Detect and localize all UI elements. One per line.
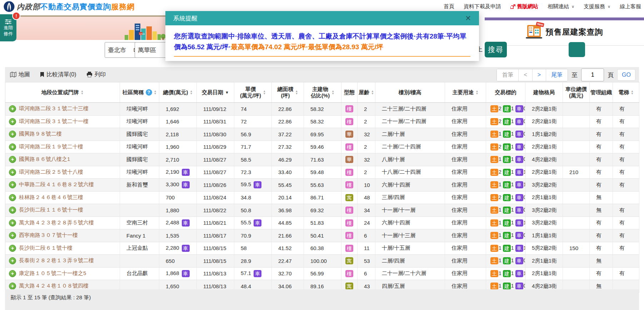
address-link[interactable]: 西寧南路３０７號十一樓 (19, 232, 78, 238)
badge-count: 2 (499, 169, 501, 175)
first-page-button[interactable]: 首筆 (497, 69, 518, 81)
address-link[interactable]: 長沙街二段６１號十樓 (19, 245, 73, 251)
table-row: +國興路８６號八樓之1國輝國宅2,710111/08/2758.546.2971… (5, 153, 639, 166)
floor-cell: 三層/四層 (375, 191, 445, 204)
land-count-badge: 土 (490, 245, 498, 252)
map-button[interactable]: 地圖 (10, 71, 30, 78)
address-link[interactable]: 萬大路４２３巷２８弄５號六樓 (19, 219, 94, 225)
address-link[interactable]: 環河南路二段１９號二十樓 (19, 143, 83, 149)
column-header-2[interactable]: 總價(萬元)▲▼ (159, 82, 197, 103)
total-price-cell: 2,118 (159, 128, 197, 141)
address-link[interactable]: 桂林路２４６巷４６號三樓 (19, 194, 83, 200)
column-header-0[interactable]: 地段位置或門牌▲▼ (5, 82, 120, 103)
expand-row-icon[interactable]: + (9, 283, 16, 290)
unit-price-cell: 50.8 (234, 204, 272, 217)
address-link[interactable]: 中華路二段４１６巷８２號六樓 (19, 181, 94, 187)
land-count-badge: 土 (490, 194, 498, 201)
nav-online-service[interactable]: 線上客服 (620, 3, 641, 10)
usage-cell: 住家用 (445, 103, 486, 116)
column-header-4[interactable]: 單價(萬元/坪)▲▼ (234, 82, 272, 103)
go-button[interactable]: GO (617, 69, 635, 81)
nav-related-links[interactable]: 相關連結 (548, 3, 574, 10)
elevator-cell: 有 (613, 103, 639, 116)
column-header-8[interactable]: 屋齡▲▼ (358, 82, 375, 103)
address-link[interactable]: 萬大路４２４巷１０８號四樓 (19, 283, 89, 289)
address-link[interactable]: 國興路８６號八樓之1 (19, 156, 70, 162)
presale-query-panel[interactable]: New 預售屋建案查詢 (485, 17, 644, 46)
total-area-cell: 55.45 (272, 179, 304, 192)
land-count-badge: 土 (490, 283, 498, 290)
expand-row-icon[interactable]: + (9, 131, 16, 138)
modal-message: 您所選取查詢範圍中·排除車位、透天厝、農舍、工廠及倉庫不計算單價之案例後·共有2… (165, 25, 479, 61)
print-button[interactable]: 列印 (86, 71, 106, 78)
parking-count-badge: 車 (515, 207, 523, 214)
expand-row-icon[interactable]: + (9, 270, 16, 277)
expand-row-icon[interactable]: + (9, 232, 16, 239)
expand-row-icon[interactable]: + (9, 143, 16, 151)
expand-row-icon[interactable]: + (9, 207, 16, 214)
column-header-3[interactable]: 交易日期▼ (197, 82, 234, 103)
building-type-cell: 樓 (341, 179, 358, 192)
address-cell: +環河南路二段３１號二十一樓 (5, 115, 120, 128)
unit-price-cell: 34.8 (234, 191, 272, 204)
expand-row-icon[interactable]: + (9, 219, 16, 227)
date-cell: 111/08/22 (197, 204, 234, 217)
expand-row-icon[interactable]: + (9, 181, 16, 188)
expand-row-icon[interactable]: + (9, 105, 16, 112)
column-header-6[interactable]: 主建物佔比(%)▲▼ (304, 82, 341, 103)
next-page-button[interactable]: > (532, 69, 546, 81)
unit-price-cell: 28.9 (234, 255, 272, 268)
prev-page-button[interactable]: < (518, 69, 532, 81)
parking-count-badge: 車 (515, 131, 523, 138)
purple-accent-bar (485, 17, 644, 20)
expand-row-icon[interactable]: + (9, 118, 16, 125)
nav-support[interactable]: 支援服務 (584, 3, 610, 10)
compare-list-button[interactable]: 比較清單(0) (40, 71, 76, 78)
expand-row-icon[interactable]: + (9, 257, 16, 264)
parking-count-badge: 車 (515, 270, 523, 277)
nav-old-site[interactable]: 舊版網站 (510, 3, 538, 10)
main-bldg-ratio-cell: 51.83 (304, 217, 341, 229)
address-link[interactable]: 康定路１０５號二十一樓之5 (19, 270, 86, 276)
nav-home[interactable]: 首頁 (444, 3, 454, 10)
address-link[interactable]: 長沙街二段１１６號十一樓 (19, 207, 83, 213)
address-cell: +康定路１０５號二十一樓之5 (5, 267, 120, 280)
printer-icon (86, 72, 93, 77)
badge-count: 0 (524, 283, 525, 289)
column-header-1[interactable]: 社區簡稱?▲▼ (120, 82, 159, 103)
search-button[interactable]: 搜尋 (485, 42, 507, 57)
address-link[interactable]: 環河南路二段３１號二十三樓 (19, 105, 89, 111)
address-link[interactable]: 國興路９８號二樓 (19, 131, 62, 137)
age-cell: 32 (358, 128, 375, 141)
sort-icon: ▲▼ (81, 90, 84, 95)
last-page-button[interactable]: 尾筆 (546, 69, 568, 81)
expand-row-icon[interactable]: + (9, 169, 16, 176)
building-count-badge: 建 (503, 118, 511, 125)
address-link[interactable]: 環河南路二段２５號十八樓 (19, 169, 83, 175)
column-header-10[interactable]: 主要用途▲▼ (445, 82, 486, 103)
teal-action-button[interactable] (569, 42, 585, 57)
address-link[interactable]: 環河南路二段３１號二十一樓 (19, 118, 89, 124)
community-cell (120, 191, 159, 204)
nav-downloads[interactable]: 資料下載及申請 (464, 3, 501, 10)
badge-count: 1 (511, 270, 514, 276)
expand-row-icon[interactable]: + (9, 156, 16, 163)
city-select[interactable]: 臺北市 ▲▼ (105, 42, 139, 58)
column-header-15[interactable]: 電梯▲▼ (613, 82, 639, 103)
column-header-5[interactable]: 總面積(坪)▲▼ (272, 82, 304, 103)
site-logo[interactable]: 內政部不動產交易實價查詢服務網 (4, 1, 135, 12)
community-help-icon[interactable]: ? (146, 89, 152, 96)
page-number-input[interactable] (581, 68, 604, 81)
building-count-badge: 建 (503, 143, 511, 151)
parking-price-cell: 210 (563, 166, 590, 179)
close-icon[interactable]: ✕ (465, 14, 471, 22)
expand-row-icon[interactable]: + (9, 194, 16, 201)
management-cell: 有 (590, 179, 613, 192)
unit-price-cell: 55.5車 (234, 217, 272, 229)
total-area-cell: 20.14 (272, 191, 304, 204)
parking-included-icon: 車 (254, 270, 261, 277)
expand-row-icon[interactable]: + (9, 245, 16, 252)
badge-count: 1 (511, 156, 514, 162)
address-link[interactable]: 長泰街２８２巷１３弄９號二樓 (19, 257, 94, 263)
layout-cell: 2房2廳1衛 (525, 115, 563, 128)
